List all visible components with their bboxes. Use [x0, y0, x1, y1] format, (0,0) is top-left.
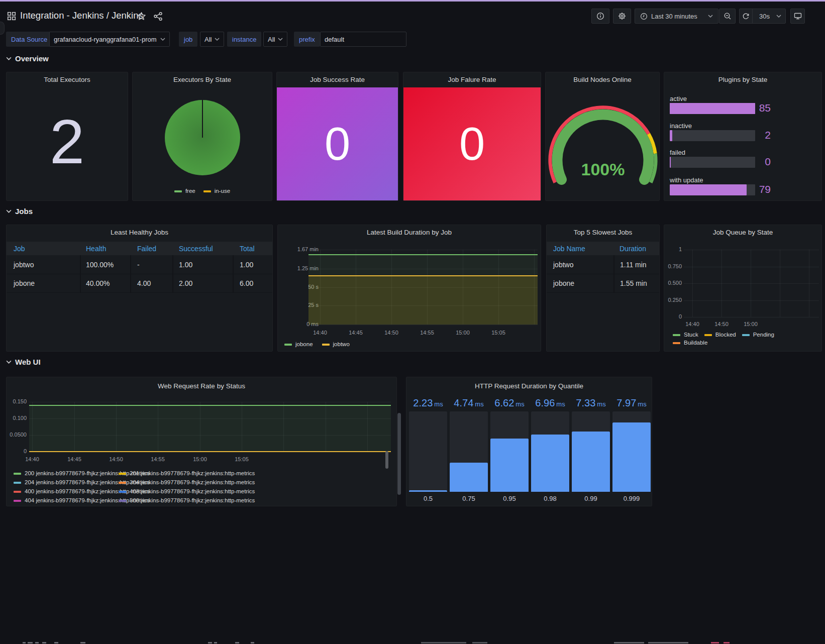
x-tick: 14:40: [680, 321, 704, 327]
x-tick: 14:50: [709, 321, 734, 327]
col-header-health[interactable]: Health: [86, 245, 106, 253]
panel-plugins-by-state: Plugins by State active 85 inactive 2 fa…: [664, 72, 822, 201]
quantile-bar-0.5: [409, 411, 447, 492]
job-failure-rate-value: 0: [403, 87, 541, 200]
cell: 1.55 min: [620, 279, 647, 287]
panel-least-healthy-jobs: Least Healthy Jobs Job Health Failed Suc…: [6, 225, 273, 352]
panel-job-queue-by-state: Job Queue by State 1 0.750 0.500 0.250 0…: [664, 225, 822, 352]
x-tick: 14:40: [308, 330, 332, 336]
legend-item-304[interactable]: 304 jenkins-b99778679-fhjkz:jenkins:http…: [119, 479, 255, 485]
legend-item-stuck[interactable]: Stuck: [673, 332, 698, 338]
data-source-select[interactable]: grafanacloud-ryanggrafana01-prom: [49, 32, 170, 47]
bar-value: 0: [740, 156, 771, 168]
legend-item-in-use[interactable]: in-use: [203, 188, 230, 194]
chevron-down-icon: [776, 15, 781, 18]
panel-title[interactable]: Job Falure Rate: [403, 76, 541, 83]
series-line-201: [29, 451, 391, 452]
x-tick: 15:00: [451, 330, 475, 336]
data-source-chip[interactable]: Data Source: [6, 32, 52, 47]
panel-executors-by-state: Executors By State free in-use: [132, 72, 272, 201]
clock-icon: [640, 13, 648, 20]
section-overview[interactable]: Overview: [6, 54, 49, 63]
gauge: [546, 72, 660, 201]
col-header-successful[interactable]: Successful: [179, 245, 213, 253]
col-header-total[interactable]: Total: [240, 245, 255, 253]
job-variable-select[interactable]: All: [200, 32, 224, 47]
zoom-out-icon: [724, 12, 732, 20]
dashboards-grid-icon[interactable]: [7, 11, 17, 21]
y-tick: 0.0500: [7, 432, 27, 438]
cell: 1.00: [240, 261, 253, 269]
x-tick: 15:05: [486, 330, 510, 336]
panel-title[interactable]: Total Executors: [7, 76, 128, 83]
legend-item-free[interactable]: free: [174, 188, 195, 194]
panel-title[interactable]: Job Queue by State: [664, 229, 821, 236]
panel-title[interactable]: Web Request Rate by Status: [7, 382, 396, 390]
prefix-variable-chip[interactable]: prefix: [294, 32, 320, 47]
panel-title[interactable]: Job Success Rate: [277, 76, 398, 83]
cell: 1.11 min: [620, 261, 647, 269]
bar-label: with update: [670, 176, 703, 184]
job-variable-chip[interactable]: job: [179, 32, 197, 47]
legend-item-403[interactable]: 403 jenkins-b99778679-fhjkz:jenkins:http…: [119, 488, 255, 494]
section-jobs[interactable]: Jobs: [6, 207, 33, 216]
zoom-out-time-button[interactable]: [719, 9, 736, 24]
refresh-icon[interactable]: [740, 9, 753, 23]
cell: 4.00: [137, 279, 151, 287]
dashboard-settings-button[interactable]: [613, 9, 631, 24]
legend-item-blocked[interactable]: Blocked: [704, 332, 736, 338]
share-icon[interactable]: [153, 12, 163, 21]
prefix-input[interactable]: [320, 32, 406, 47]
col-header-failed[interactable]: Failed: [137, 245, 156, 253]
tv-mode-button[interactable]: [790, 9, 805, 24]
section-web-ui[interactable]: Web UI: [6, 358, 41, 366]
col-header-job-name[interactable]: Job Name: [553, 245, 585, 253]
legend-item-500[interactable]: 500 jenkins-b99778679-fhjkz:jenkins:http…: [119, 497, 255, 503]
legend-item-201[interactable]: 201 jenkins-b99778679-fhjkz:jenkins:http…: [119, 470, 255, 476]
time-range-picker[interactable]: Last 30 minutes: [635, 9, 718, 24]
dashboard-info-button[interactable]: [591, 9, 609, 24]
cell: jobone: [553, 279, 574, 287]
job-success-rate-value: 0: [277, 87, 398, 200]
x-tick: 14:45: [344, 330, 368, 336]
time-range-label: Last 30 minutes: [651, 13, 697, 20]
monitor-icon: [794, 12, 802, 20]
refresh-controls[interactable]: 30s: [739, 9, 786, 24]
legend-item-jobone[interactable]: jobone: [284, 341, 313, 347]
legend-item-buildable[interactable]: Buildable: [673, 340, 707, 346]
grafana-dashboard: Integration - Jenkins / Jenkins Last 30 …: [0, 0, 825, 644]
panel-title[interactable]: Latest Build Duration by Job: [278, 229, 541, 236]
quantile-value: 7.97ms: [607, 397, 656, 409]
bar-value: 85: [740, 102, 771, 114]
legend-item-pending[interactable]: Pending: [742, 332, 774, 338]
star-icon[interactable]: [137, 12, 146, 21]
gear-icon: [618, 12, 626, 20]
cell: jobtwo: [553, 261, 573, 269]
x-tick: 14:45: [62, 456, 86, 462]
scrollbar-thumb[interactable]: [397, 413, 401, 495]
series-area-200: [29, 406, 391, 452]
legend-scrollbar[interactable]: [385, 451, 388, 469]
cell: 100.00%: [86, 261, 114, 269]
chevron-down-icon: [215, 38, 220, 41]
instance-variable-value: All: [268, 36, 275, 43]
col-header-job[interactable]: Job: [14, 245, 25, 253]
menu-notch[interactable]: [0, 22, 5, 35]
panel-title[interactable]: HTTP Request Duration by Quantile: [406, 382, 652, 390]
panel-title[interactable]: Top 5 Slowest Jobs: [547, 229, 659, 236]
panel-title[interactable]: Executors By State: [133, 76, 272, 83]
chevron-down-icon: [6, 209, 12, 213]
y-tick: 1.67 min: [278, 246, 319, 252]
dashboard-title[interactable]: Integration - Jenkins / Jenkins: [20, 10, 143, 21]
bar-label: inactive: [670, 122, 692, 130]
instance-variable-chip[interactable]: instance: [227, 32, 261, 47]
panel-title[interactable]: Plugins by State: [664, 76, 821, 83]
instance-variable-select[interactable]: All: [263, 32, 287, 47]
top-accent-strip: [0, 0, 825, 2]
x-tick: 14:50: [104, 456, 128, 462]
cell: 6.00: [240, 279, 253, 287]
legend-item-jobtwo[interactable]: jobtwo: [322, 341, 350, 347]
col-header-duration[interactable]: Duration: [620, 245, 646, 253]
bar-label: active: [670, 95, 687, 102]
panel-title[interactable]: Least Healthy Jobs: [7, 229, 272, 236]
